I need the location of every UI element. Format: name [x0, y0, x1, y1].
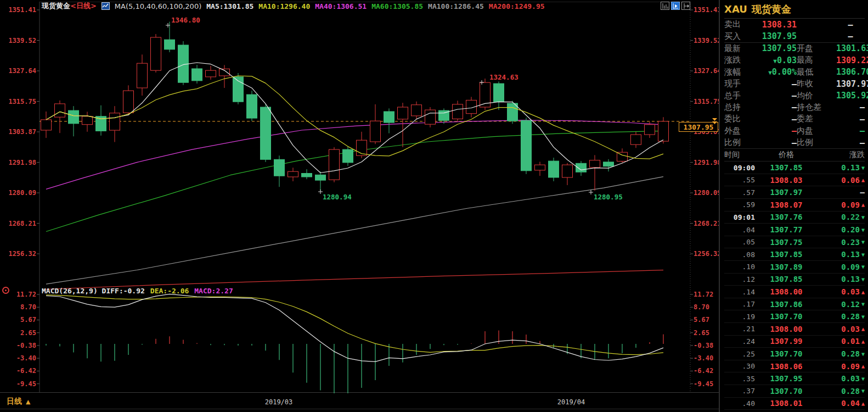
macd-legend-item: MACD:2.27 [194, 287, 233, 295]
axis-label: -6.42 [16, 367, 36, 375]
macd-legend-item: MACD(26,12,9) DIFF:-0.92 [42, 287, 145, 295]
quote-row: 外盘—内盘— [724, 125, 865, 137]
trade-time: .14 [724, 288, 755, 296]
quote-row: 现手—昨收1307.97 [724, 78, 865, 90]
trade-row: .211308.000.03 ▲ [724, 323, 865, 336]
trade-row: .401308.010.04 ▲ [724, 398, 865, 410]
trade-row: .101307.890.09 ▼ [724, 261, 865, 274]
quote-label: 持仓差 [797, 102, 836, 113]
axis-label: 1351.41 [694, 6, 719, 14]
axis-label: 1291.98 [8, 159, 36, 166]
price-annotation: 1346.80 [171, 16, 200, 24]
trade-price: 1307.70 [755, 349, 818, 358]
trade-change: 0.28 ▼ [818, 349, 865, 358]
trade-time: .55 [724, 176, 755, 184]
axis-label: 1256.32 [8, 250, 36, 258]
ma-legend: MA5:1301.85MA10:1296.40MA40:1306.51MA60:… [206, 2, 544, 10]
axis-label: 1280.09 [8, 189, 36, 197]
axis-label: -3.40 [694, 354, 713, 362]
col-time: 时间 [724, 150, 755, 160]
trade-time: .35 [724, 375, 755, 383]
trade-price: 1308.06 [755, 362, 818, 371]
axis-label: 1303.87 [8, 128, 36, 136]
quote-value: 1305.92 [836, 91, 868, 101]
trade-price: 1307.89 [755, 263, 818, 271]
quote-row: 最新1307.95开盘1301.63 [724, 43, 865, 54]
price-chart[interactable]: 1351.411351.411339.521339.521327.641327.… [0, 0, 719, 412]
axis-label: 1280.09 [694, 189, 719, 197]
axis-label: -9.45 [16, 380, 36, 388]
axis-label: -0.38 [694, 342, 713, 349]
ma-legend-item: MA100:1286.45 [428, 2, 484, 10]
axis-label: 5.67 [20, 316, 36, 324]
trade-price: 1307.77 [755, 225, 818, 234]
trade-row: .251307.700.28 ▼ [724, 348, 865, 360]
trade-price: 1307.86 [755, 300, 818, 309]
pane-layout-icon-3[interactable] [681, 2, 690, 10]
trade-price: 1307.75 [755, 238, 818, 247]
trade-change: 0.09 ▼ [818, 263, 865, 271]
trade-row: .171307.860.12 ▼ [724, 298, 865, 311]
axis-label: 2.65 [20, 329, 36, 337]
indicator-dot-icon[interactable] [2, 287, 9, 294]
trade-change: 0.28 ▼ [818, 312, 865, 321]
axis-label: 11.72 [16, 291, 36, 298]
quote-value: 1301.63 [836, 43, 868, 53]
chart-layout-toolbar [661, 2, 690, 10]
trade-change: 0.23 ▼ [818, 238, 865, 247]
trading-terminal: 1351.411351.411339.521339.521327.641327.… [0, 0, 868, 412]
trade-price: 1307.85 [755, 250, 818, 259]
trade-change: 0.06 ▲ [818, 176, 865, 185]
macd-legend-item: DEA:-2.06 [150, 287, 189, 295]
quote-label: 最低 [797, 67, 836, 77]
trade-time: .08 [724, 250, 755, 259]
ma-legend-item: MA5:1301.85 [206, 2, 253, 10]
trade-row: .571307.97— [724, 186, 865, 199]
quote-label: 开盘 [797, 43, 836, 54]
quote-label: 委差 [797, 114, 836, 124]
quote-value: — [756, 91, 797, 101]
trade-time: .12 [724, 275, 755, 283]
quote-value: 1307.97 [836, 79, 868, 89]
quote-label: 现手 [724, 79, 756, 89]
quote-value: — [756, 114, 797, 124]
trade-time: .30 [724, 362, 755, 370]
date-axis-label: 2019/04 [557, 398, 585, 406]
trade-price: 1307.97 [755, 188, 818, 197]
trade-change: 0.03 ▼ [818, 374, 865, 383]
trade-row: 09:001307.850.13 ▼ [724, 162, 865, 174]
trade-price: 1307.70 [755, 387, 818, 396]
trade-change: 0.13 ▼ [818, 275, 865, 283]
page-title: 现货黄金<日线> [42, 1, 97, 11]
quote-row: 总持—持仓差— [724, 102, 865, 113]
trade-row: .141308.000.03 ▲ [724, 286, 865, 298]
trade-price: 1308.00 [755, 287, 818, 296]
period-tab[interactable]: 日线 ▲ [7, 397, 30, 407]
quote-value: 1307.95 [756, 31, 797, 41]
quote-label: 均价 [797, 91, 836, 101]
axis-label: 1268.21 [694, 220, 719, 227]
axis-label: 8.70 [20, 303, 36, 311]
pane-layout-icon-1[interactable] [661, 2, 669, 10]
axis-label: -0.38 [16, 342, 36, 349]
trade-row: 09:011307.760.22 ▼ [724, 211, 865, 224]
svg-text:1307.95: 1307.95 [684, 123, 714, 131]
trade-table[interactable]: 09:001307.850.13 ▼.551308.030.06 ▲.57130… [724, 162, 865, 412]
axis-label: 1327.64 [694, 67, 719, 75]
trade-time: 09:01 [724, 213, 755, 221]
trade-change: 0.04 ▲ [818, 399, 865, 408]
quote-value: — [756, 126, 797, 136]
quote-label: 最新 [724, 43, 756, 54]
axis-label: 1291.98 [694, 159, 719, 166]
axis-label: 1256.32 [694, 250, 719, 258]
ma-legend-item: MA200:1249.95 [489, 2, 545, 10]
axis-label: -9.45 [694, 380, 713, 388]
ma-legend-item: MA10:1296.40 [258, 2, 310, 10]
quote-value: 1309.22 [836, 55, 868, 65]
quote-label: 外盘 [724, 126, 756, 136]
quote-label: 涨跌 [724, 55, 756, 65]
trade-time: .21 [724, 325, 755, 333]
pane-layout-icon-2[interactable] [671, 2, 680, 10]
quote-panel-title: XAU 现货黄金 [724, 0, 865, 19]
candle-chart-icon[interactable] [102, 2, 110, 10]
